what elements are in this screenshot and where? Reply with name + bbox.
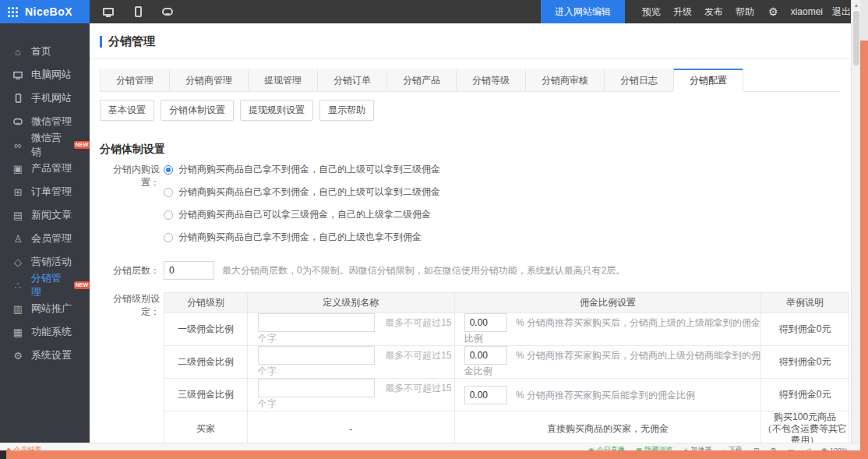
example-cell: 得到佣金0元 <box>761 379 849 411</box>
subnav-withdrawal-rules-settings[interactable]: 提现规则设置 <box>240 100 313 121</box>
tab-bar: 分销管理 分销商管理 提现管理 分销订单 分销产品 分销等级 分销商审核 分销日… <box>100 69 841 92</box>
subnav-distribution-system-settings[interactable]: 分销体制设置 <box>161 100 234 121</box>
page-title-row: 分销管理 <box>90 23 851 49</box>
subnav-basic-settings[interactable]: 基本设置 <box>100 100 154 121</box>
level1-name-input[interactable] <box>258 313 375 332</box>
sidebar: ⌂ 首页 电脑网站 手机网站 微信管理 ∞ 微信营销 NEW ▣ 产品管理 ⊞ … <box>0 23 90 448</box>
menu-publish[interactable]: 发布 <box>704 5 723 19</box>
radio-icon <box>164 233 173 242</box>
header-example: 举例说明 <box>761 293 849 313</box>
corner-block <box>0 450 6 459</box>
menu-help[interactable]: 帮助 <box>736 5 754 19</box>
sidebar-item-label: 电脑网站 <box>31 68 72 82</box>
sidebar-item-label: 分销管理 <box>31 271 71 299</box>
buyer-desc-cell: 直接购买商品的买家，无佣金 <box>454 411 760 447</box>
tab-distributor-management[interactable]: 分销商管理 <box>169 69 249 92</box>
sidebar-item-label: 首页 <box>31 44 51 58</box>
wechat-preview-icon[interactable] <box>160 4 175 19</box>
tab-distributor-review[interactable]: 分销商审核 <box>525 69 605 92</box>
level2-name-input[interactable] <box>258 346 375 365</box>
menu-preview[interactable]: 预览 <box>642 5 661 19</box>
sidebar-item-function-system[interactable]: ▦ 功能系统 <box>0 320 90 344</box>
desktop-icon <box>12 71 24 79</box>
tab-distribution-management[interactable]: 分销管理 <box>100 69 170 92</box>
sidebar-item-wechat-marketing[interactable]: ∞ 微信营销 NEW <box>0 133 90 157</box>
tab-distribution-orders[interactable]: 分销订单 <box>317 69 387 92</box>
radio-icon <box>164 188 173 197</box>
sidebar-item-product-management[interactable]: ▣ 产品管理 <box>0 157 90 180</box>
settings-gear-icon[interactable]: ⚙ <box>768 5 778 18</box>
wechat-icon <box>12 118 24 125</box>
inner-purchase-option-1[interactable]: 分销商购买商品自己拿不到佣金，自己的上级可以拿到三级佣金 <box>164 163 440 176</box>
tab-distribution-logs[interactable]: 分销日志 <box>604 69 674 92</box>
member-person-icon: ♙ <box>12 233 24 245</box>
level3-rate-input[interactable] <box>464 386 507 404</box>
radio-selected-icon <box>164 165 173 175</box>
config-form: 分销内购设置： 分销商购买商品自己拿不到佣金，自己的上级可以拿到三级佣金 分销商… <box>100 163 851 448</box>
campaign-tag-icon: ◇ <box>12 256 24 268</box>
logout-link[interactable]: 退出 <box>832 5 851 19</box>
sidebar-item-system-settings[interactable]: ⚙ 系统设置 <box>0 344 90 367</box>
vertical-scrollbar[interactable]: ▲ <box>851 0 860 448</box>
sidebar-item-marketing-campaigns[interactable]: ◇ 营销活动 <box>0 250 90 274</box>
sidebar-item-label: 新闻文章 <box>31 208 72 222</box>
rate-desc: % 分销商推荐买家购买后能拿到的佣金比例 <box>516 390 695 401</box>
subnav-show-help[interactable]: 显示帮助 <box>319 100 374 121</box>
promo-banner-bar[interactable] <box>6 450 860 459</box>
distribution-depth-input[interactable] <box>164 261 214 280</box>
inner-purchase-option-2[interactable]: 分销商购买商品自己拿不到佣金，自己的上级可以拿到二级佣金 <box>164 185 440 199</box>
inner-purchase-option-3[interactable]: 分销商购买商品自己可以拿三级佣金，自己的上级拿二级佣金 <box>164 208 440 221</box>
inner-purchase-option-4[interactable]: 分销商购买商品自己拿不到佣金，自己的上级也拿不到佣金 <box>164 231 440 244</box>
sidebar-item-label: 会员管理 <box>31 231 72 245</box>
level2-rate-input[interactable] <box>464 346 507 365</box>
sidebar-item-mobile-site[interactable]: 手机网站 <box>0 87 90 110</box>
rate-desc: % 分销商推荐买家购买后，分销商上级的上级能拿到的佣金比例 <box>464 317 760 344</box>
product-icon: ▣ <box>12 163 24 175</box>
username[interactable]: xiaomei <box>791 6 823 17</box>
buyer-example-cell: 购买100元商品 （不包含运费等其它费用） <box>761 411 849 447</box>
new-badge: NEW <box>74 281 90 289</box>
tab-distribution-products[interactable]: 分销产品 <box>386 69 457 92</box>
sidebar-item-label: 订单管理 <box>31 185 72 199</box>
sidebar-item-distribution-management[interactable]: ∴ 分销管理 NEW <box>0 274 90 297</box>
sidebar-item-home[interactable]: ⌂ 首页 <box>0 40 90 63</box>
grid-menu-icon[interactable] <box>8 7 18 17</box>
level-cell: 一级佣金比例 <box>164 313 248 346</box>
enter-site-edit-button[interactable]: 进入网站编辑 <box>541 0 625 23</box>
sidebar-item-news-articles[interactable]: ▤ 新闻文章 <box>0 203 90 227</box>
sidebar-item-site-promotion[interactable]: ▥ 网站推广 <box>0 297 90 320</box>
buyer-level-cell: 买家 <box>164 411 248 447</box>
sidebar-item-order-management[interactable]: ⊞ 订单管理 <box>0 180 90 203</box>
sidebar-item-wechat-management[interactable]: 微信管理 <box>0 110 90 133</box>
tab-distribution-levels[interactable]: 分销等级 <box>456 69 526 92</box>
sidebar-item-label: 微信营销 <box>31 131 71 159</box>
level-table-header: 分销级别 定义级别名称 佣金比例设置 举例说明 <box>164 293 849 313</box>
topbar-right: 进入网站编辑 预览 升级 发布 帮助 ⚙ xiaomei 退出 <box>541 0 860 23</box>
sidebar-item-label: 功能系统 <box>31 325 72 339</box>
logo-text: NiceBoX <box>25 5 72 18</box>
mobile-icon <box>12 93 24 104</box>
sidebar-item-pc-site[interactable]: 电脑网站 <box>0 63 90 87</box>
level-depth-label: 分销层数： <box>100 264 160 277</box>
app-logo[interactable]: NiceBoX <box>0 0 90 23</box>
desktop-preview-icon[interactable] <box>101 4 116 19</box>
level1-rate-input[interactable] <box>464 313 507 332</box>
scrollbar-thumb[interactable] <box>853 11 859 65</box>
page-title: 分销管理 <box>108 34 155 49</box>
device-preview-icons <box>101 4 175 19</box>
option-text: 分销商购买商品自己拿不到佣金，自己的上级可以拿到三级佣金 <box>178 163 440 176</box>
option-text: 分销商购买商品自己拿不到佣金，自己的上级可以拿到二级佣金 <box>178 185 440 199</box>
level-table: 分销级别 定义级别名称 佣金比例设置 举例说明 一级佣金比例 最多不可超过15个… <box>164 292 849 447</box>
subnav: 基本设置 分销体制设置 提现规则设置 显示帮助 <box>100 100 851 121</box>
option-text: 分销商购买商品自己拿不到佣金，自己的上级也拿不到佣金 <box>178 231 422 244</box>
sidebar-item-label: 营销活动 <box>31 255 72 269</box>
level3-name-input[interactable] <box>258 379 375 397</box>
tab-distribution-config[interactable]: 分销配置 <box>673 69 743 92</box>
buyer-example-line1: 购买100元商品 <box>761 411 849 423</box>
tab-withdrawal-management[interactable]: 提现管理 <box>248 69 318 92</box>
table-row-level1: 一级佣金比例 最多不可超过15个字 % 分销商推荐买家购买后，分销商上级的上级能… <box>164 313 849 346</box>
menu-upgrade[interactable]: 升级 <box>673 5 692 19</box>
mobile-preview-icon[interactable] <box>130 4 146 19</box>
sidebar-item-member-management[interactable]: ♙ 会员管理 <box>0 227 90 250</box>
divider <box>90 58 851 59</box>
